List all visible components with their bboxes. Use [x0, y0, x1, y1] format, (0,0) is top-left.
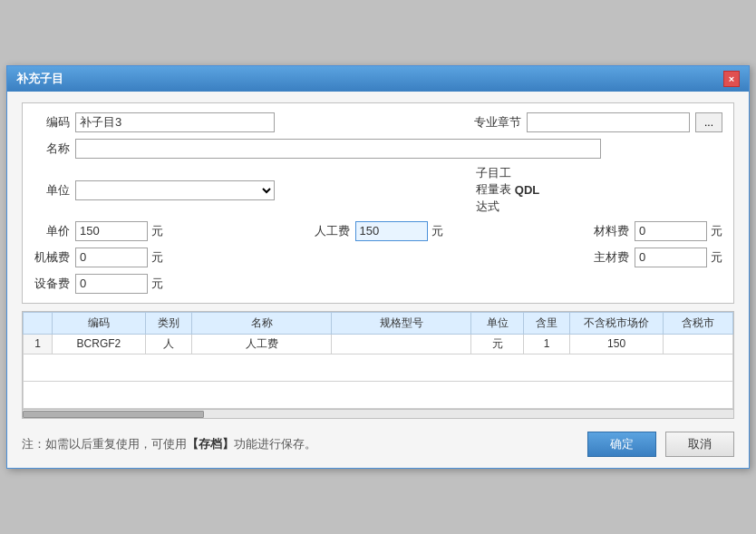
main-material-label: 主材费: [584, 249, 629, 266]
header-taxprice: 含税市: [663, 312, 732, 334]
row-machinery: 机械费 元 主材费 元: [34, 248, 722, 267]
unit-select[interactable]: [75, 180, 275, 200]
data-table: 编码 类别 名称 规格型号 单位 含里 不含税市场价 含税市 1: [23, 312, 733, 409]
labor-unit: 元: [431, 223, 443, 239]
header-code: 编码: [53, 312, 146, 334]
professional-chapter-label: 专业章节: [467, 114, 521, 131]
form-section: 编码 专业章节 ... 名称 单位: [22, 102, 734, 304]
unit-price-input[interactable]: [75, 221, 148, 241]
empty-row-2: [24, 381, 733, 408]
header-unit: 单位: [471, 312, 524, 334]
material-input[interactable]: [635, 221, 707, 241]
note-prefix: 注：如需以后重复使用，可使用: [22, 437, 187, 451]
header-price: 不含税市场价: [570, 312, 664, 334]
dialog: 补充子目 × 编码 专业章节 ... 名称 单位: [6, 65, 750, 469]
subitem-label: 子目工 程量表 达式: [476, 165, 511, 215]
dialog-body: 编码 专业章节 ... 名称 单位: [7, 92, 749, 468]
row-equipment: 设备费 元: [34, 274, 722, 294]
labor-label: 人工费: [305, 223, 350, 239]
header-spec: 规格型号: [332, 312, 471, 334]
title-bar: 补充子目 ×: [7, 66, 749, 92]
row-name: 名称: [34, 139, 722, 159]
code-label: 编码: [34, 114, 70, 131]
machinery-unit: 元: [151, 249, 163, 266]
header-num: [24, 312, 53, 334]
row-num: 1: [24, 334, 53, 354]
labor-input[interactable]: [355, 221, 428, 241]
note-keyword: 【存档】: [187, 437, 234, 451]
row-price: 150: [570, 334, 664, 354]
row-unit: 单位 子目工 程量表 达式 QDL: [34, 165, 722, 215]
professional-chapter-input[interactable]: [527, 112, 690, 132]
main-material-input[interactable]: [635, 248, 707, 267]
cancel-button[interactable]: 取消: [665, 432, 734, 457]
equipment-input[interactable]: [75, 274, 148, 294]
row-unitprice: 单价 元 人工费 元 材料费 元: [34, 221, 722, 241]
footer-section: 注：如需以后重复使用，可使用【存档】功能进行保存。 确定 取消: [22, 426, 734, 461]
main-material-unit: 元: [711, 249, 722, 266]
header-type: 类别: [145, 312, 191, 334]
row-code: 编码 专业章节 ...: [34, 112, 722, 132]
row-taxprice: [663, 334, 732, 354]
code-input[interactable]: [75, 112, 275, 132]
scrollbar-thumb[interactable]: [23, 411, 204, 418]
row-name: 人工费: [192, 334, 332, 354]
table-row[interactable]: 1 BCRGF2 人 人工费 元 1 150: [24, 334, 733, 354]
note-suffix: 功能进行保存。: [234, 437, 316, 451]
equipment-unit: 元: [151, 276, 163, 292]
row-spec: [332, 334, 471, 354]
equipment-label: 设备费: [34, 276, 70, 292]
horizontal-scrollbar[interactable]: [23, 409, 733, 418]
unit-label: 单位: [34, 182, 70, 199]
machinery-label: 机械费: [34, 249, 70, 266]
material-label: 材料费: [584, 223, 629, 239]
table-section: 编码 类别 名称 规格型号 单位 含里 不含税市场价 含税市 1: [22, 311, 734, 419]
footer-note: 注：如需以后重复使用，可使用【存档】功能进行保存。: [22, 436, 316, 452]
row-unit: 元: [471, 334, 524, 354]
professional-chapter-btn[interactable]: ...: [695, 112, 722, 132]
unit-price-label: 单价: [34, 223, 70, 239]
row-type: 人: [145, 334, 191, 354]
header-qty: 含里: [523, 312, 569, 334]
subitem-qdl: QDL: [515, 183, 539, 197]
unit-price-unit: 元: [151, 223, 163, 239]
row-qty: 1: [523, 334, 569, 354]
dialog-title: 补充子目: [16, 71, 63, 87]
machinery-input[interactable]: [75, 248, 148, 267]
table-header-row: 编码 类别 名称 规格型号 单位 含里 不含税市场价 含税市: [24, 312, 733, 334]
confirm-button[interactable]: 确定: [587, 432, 656, 457]
name-input[interactable]: [75, 139, 601, 159]
empty-row: [24, 354, 733, 381]
header-name: 名称: [192, 312, 332, 334]
footer-buttons: 确定 取消: [587, 432, 734, 457]
name-label: 名称: [34, 141, 70, 157]
material-unit: 元: [711, 223, 722, 239]
close-button[interactable]: ×: [723, 71, 740, 87]
row-code: BCRGF2: [53, 334, 146, 354]
table-wrapper[interactable]: 编码 类别 名称 规格型号 单位 含里 不含税市场价 含税市 1: [23, 312, 733, 409]
